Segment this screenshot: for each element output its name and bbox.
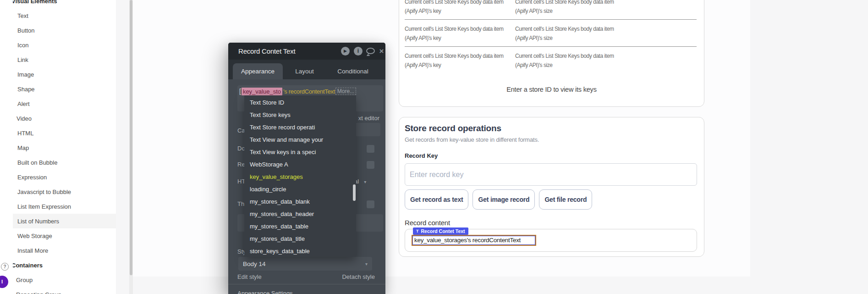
- sidebar-item[interactable]: ▧ Image: [0, 67, 116, 82]
- sidebar-item[interactable]: b Built on Bubble: [0, 155, 116, 170]
- sidebar-item-label: Shape: [17, 86, 35, 93]
- empty-store-message: Enter a store ID to view its keys: [399, 86, 704, 93]
- record-key-input[interactable]: [405, 163, 697, 186]
- preview-play-icon[interactable]: ▶: [341, 47, 350, 55]
- sidebar-item[interactable]: </> HTML: [0, 126, 116, 140]
- sidebar-item-label: Expression: [17, 174, 47, 181]
- autocomplete-option[interactable]: store_keys_data_table: [244, 245, 356, 257]
- sidebar-item[interactable]: ⊞ Button: [0, 23, 116, 38]
- operation-button[interactable]: Get record as text: [405, 189, 468, 210]
- rich-text-editor-link-cropped[interactable]: xt editor: [358, 115, 379, 122]
- help-icon[interactable]: ?: [1, 263, 9, 271]
- autocomplete-option[interactable]: my_stores_data_table: [244, 220, 356, 233]
- autocomplete-option[interactable]: Text Store ID: [244, 96, 356, 109]
- store-key-cell: Current cell's List Store Keys body data…: [405, 51, 503, 70]
- more-button[interactable]: More...: [335, 88, 356, 95]
- operation-button[interactable]: Get file record: [539, 189, 592, 210]
- autocomplete-option[interactable]: Text View keys in a speci: [244, 146, 356, 158]
- sidebar-item-label: Javascript to Bubble: [17, 189, 71, 195]
- record-key-label: Record Key: [405, 152, 438, 159]
- section-header[interactable]: ▾ Containers: [0, 258, 116, 272]
- sidebar-item[interactable]: T Text: [0, 8, 116, 23]
- expression-token[interactable]: key_value_sto: [242, 88, 282, 95]
- chevron-down-icon: ▾: [365, 261, 368, 266]
- close-icon[interactable]: ×: [377, 47, 385, 55]
- panel-tab[interactable]: Layout: [283, 63, 326, 79]
- appearance-settings-heading: Appearance Settings: [237, 290, 293, 294]
- comment-icon[interactable]: [366, 47, 375, 55]
- panel-checkbox-3[interactable]: [367, 200, 374, 208]
- section-header[interactable]: ▾ Visual Elements: [0, 0, 116, 8]
- sidebar-item[interactable]: ⋯ List of Numbers: [0, 214, 116, 228]
- sidebar-item[interactable]: Repeating Group: [0, 287, 116, 294]
- property-editor-panel: Record Contet Text ▶ i × Appearance Layo…: [228, 43, 385, 294]
- section-header-label: Containers: [11, 262, 43, 269]
- autocomplete-option[interactable]: Text Store keys: [244, 109, 356, 121]
- visual-elements-section: ▾ Visual Elements T Text ⊞ Button: [0, 0, 116, 258]
- dropdown-scrollbar[interactable]: [353, 184, 356, 201]
- sidebar-scrollbar[interactable]: [129, 0, 133, 294]
- autocomplete-option[interactable]: loading_circle: [244, 183, 356, 195]
- style-select-value: Body 14: [243, 261, 266, 267]
- containers-section: ▾ Containers Group Repeating Group: [0, 258, 116, 294]
- edit-style-link[interactable]: Edit style: [237, 273, 262, 280]
- sidebar-item[interactable]: ⚠ Alert: [0, 96, 116, 111]
- selected-text-element[interactable]: key_value_storages's recordContentText: [412, 236, 535, 245]
- sidebar-item[interactable]: ▸ Video: [0, 111, 116, 126]
- autocomplete-option[interactable]: Text Store record operati: [244, 121, 356, 133]
- sidebar-item[interactable]: ≣ List Item Expression: [0, 199, 116, 214]
- detach-style-link[interactable]: Detach style: [342, 273, 375, 280]
- sidebar-item-label: Icon: [17, 42, 29, 49]
- panel-checkbox-1[interactable]: [367, 145, 374, 153]
- sidebar-item-label: Text: [17, 12, 28, 19]
- sidebar-item[interactable]: + Expression: [0, 170, 116, 184]
- panel-tab[interactable]: Conditional: [326, 63, 379, 79]
- caret-bracket: [: [239, 88, 241, 95]
- panel-tab[interactable]: Appearance: [233, 63, 283, 79]
- sidebar-item[interactable]: ▤ Web Storage: [0, 228, 116, 243]
- sidebar-item-label: List of Numbers: [17, 218, 59, 225]
- sidebar-item[interactable]: ◎ Map: [0, 140, 116, 155]
- sidebar-item-label: HTML: [17, 130, 33, 137]
- operation-button[interactable]: Get image record: [472, 189, 535, 210]
- sidebar-item-label: Group: [16, 277, 33, 283]
- left-gutter: ? I: [0, 0, 13, 294]
- sidebar-item[interactable]: ⚭ Link: [0, 52, 116, 67]
- selected-element-badge: T Record Contet Text: [413, 227, 468, 235]
- selected-element-badge-label: Record Contet Text: [421, 228, 465, 234]
- autocomplete-option[interactable]: WebStorage A: [244, 158, 356, 171]
- panel-header[interactable]: Record Contet Text ▶ i ×: [228, 43, 385, 60]
- info-icon[interactable]: i: [354, 47, 363, 55]
- sidebar-item-label: Link: [17, 56, 28, 63]
- expression-suffix[interactable]: 's recordContentText: [283, 88, 335, 95]
- sidebar-item[interactable]: Group: [0, 272, 116, 287]
- autocomplete-option[interactable]: Text View and manage your: [244, 133, 356, 146]
- sidebar-item-label: Image: [17, 71, 34, 78]
- sidebar-item[interactable]: JS Javascript to Bubble: [0, 184, 116, 199]
- autocomplete-option[interactable]: key_value_storages: [244, 171, 356, 183]
- sidebar-item-label: Button: [17, 27, 35, 34]
- store-key-row: Current cell's List Store Keys body data…: [399, 51, 704, 78]
- store-size-cell: Current cell's List Store Keys body data…: [515, 24, 614, 43]
- record-content-label: Record content: [405, 219, 450, 227]
- autocomplete-option[interactable]: my_stores_data_blank: [244, 195, 356, 208]
- autocomplete-option[interactable]: my_stores_data_title: [244, 233, 356, 245]
- card-subtitle: Get records from key-value store in diff…: [405, 136, 539, 143]
- panel-tab-bar: Appearance Layout Conditional: [228, 60, 385, 79]
- sidebar-item[interactable]: □ Shape: [0, 82, 116, 96]
- text-element-icon: T: [416, 229, 419, 233]
- chevron-down-icon: ▾: [364, 179, 366, 184]
- autocomplete-dropdown: Text Store ID Text Store keys Text Store…: [244, 95, 356, 257]
- sidebar-item[interactable]: ⊕ Install More: [0, 243, 116, 258]
- panel-divider: [228, 284, 385, 284]
- autocomplete-option[interactable]: my_stores_data_header: [244, 208, 356, 220]
- panel-label-cropped-5: Th: [237, 200, 244, 207]
- user-avatar[interactable]: I: [0, 276, 8, 288]
- sidebar-item-label: Alert: [17, 100, 30, 107]
- style-select[interactable]: Body 14 ▾: [238, 257, 372, 271]
- sidebar-item[interactable]: ☆ Icon: [0, 38, 116, 52]
- panel-checkbox-2[interactable]: [367, 161, 374, 169]
- scrollbar-thumb[interactable]: [130, 0, 132, 275]
- store-record-operations-card: Store record operations Get records from…: [399, 117, 704, 257]
- sidebar-item-label: Built on Bubble: [17, 159, 57, 166]
